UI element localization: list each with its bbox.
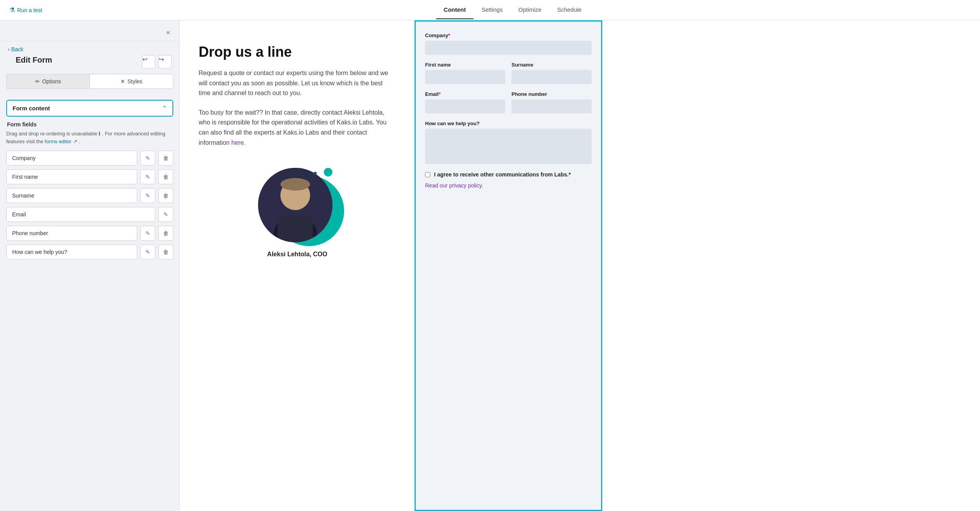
tab-settings[interactable]: Settings <box>474 1 510 19</box>
svg-point-2 <box>280 178 310 191</box>
field-row-company: Company ✎ 🗑 <box>6 151 173 166</box>
options-tab[interactable]: ✏ Options <box>6 74 90 89</box>
field-row-help: How can we help you? ✎ 🗑 <box>6 245 173 259</box>
phone-input[interactable] <box>512 99 592 113</box>
field-row-phone: Phone number ✎ 🗑 <box>6 226 173 241</box>
undo-button[interactable]: ↩ <box>142 55 155 68</box>
edit-help-button[interactable]: ✎ <box>140 245 155 259</box>
page-desc-1: Request a quote or contact our experts u… <box>199 68 396 98</box>
sidebar: « ‹ Back Edit Form ↩ ↪ ✏ Options ✕ Style… <box>0 20 180 511</box>
styles-tab[interactable]: ✕ Styles <box>90 74 173 89</box>
field-phone: Phone number <box>6 226 137 241</box>
tab-content[interactable]: Content <box>436 1 474 19</box>
x-icon: ✕ <box>120 78 125 85</box>
checkbox-label: I agree to receive other communications … <box>434 171 571 178</box>
run-test-button[interactable]: ⚗ Run a test <box>9 6 42 14</box>
company-input[interactable] <box>425 41 592 55</box>
delete-company-button[interactable]: 🗑 <box>158 151 173 166</box>
email-input[interactable] <box>425 99 505 113</box>
email-label: Email* <box>425 91 505 97</box>
edit-form-title: Edit Form <box>8 54 60 69</box>
page-title: Drop us a line <box>199 44 396 60</box>
form-row-company: Company* <box>425 32 592 55</box>
person-name: Aleksi Lehtola, COO <box>267 251 327 258</box>
double-chevron-left-icon: « <box>166 28 170 36</box>
dot-decoration-1 <box>324 168 332 176</box>
delete-help-button[interactable]: 🗑 <box>158 245 173 259</box>
firstname-label: First name <box>425 62 505 68</box>
field-email: Email <box>6 207 155 222</box>
edit-phone-button[interactable]: ✎ <box>140 226 155 241</box>
phone-label: Phone number <box>512 91 592 97</box>
page-desc-2: Too busy for the wait?? In that case, di… <box>199 108 396 148</box>
edit-company-button[interactable]: ✎ <box>140 151 155 166</box>
flask-icon: ⚗ <box>9 6 15 14</box>
nav-tabs: Content Settings Optimize Schedule <box>436 1 590 19</box>
checkbox-row: I agree to receive other communications … <box>425 171 592 178</box>
top-navigation: ⚗ Run a test Content Settings Optimize S… <box>0 0 980 20</box>
form-content-toggle[interactable]: Form content ⌃ <box>6 100 173 117</box>
field-firstname: First name <box>6 169 137 184</box>
privacy-policy-link[interactable]: Read our privacy policy. <box>425 182 483 189</box>
form-group-help: How can we help you? <box>425 121 592 164</box>
form-content-section: Form content ⌃ Form fields Drag and drop… <box>0 95 179 268</box>
help-textarea[interactable] <box>425 129 592 164</box>
delete-surname-button[interactable]: 🗑 <box>158 188 173 203</box>
back-button[interactable]: ‹ Back <box>0 41 179 54</box>
undo-redo-toolbar: ↩ ↪ <box>142 55 172 68</box>
field-row-firstname: First name ✎ 🗑 <box>6 169 173 184</box>
form-panel: Company* First name Surname E <box>415 20 602 511</box>
help-label: How can we help you? <box>425 121 592 126</box>
form-group-firstname: First name <box>425 62 505 84</box>
collapse-sidebar-button[interactable]: « <box>165 27 172 38</box>
sidebar-header: « <box>0 20 179 41</box>
company-label: Company* <box>425 32 592 38</box>
delete-phone-button[interactable]: 🗑 <box>158 226 173 241</box>
drag-drop-note: Drag and drop re-ordering is unavailable… <box>6 130 173 145</box>
form-group-surname: Surname <box>512 62 592 84</box>
delete-firstname-button[interactable]: 🗑 <box>158 169 173 184</box>
back-arrow-icon: ‹ <box>8 46 10 52</box>
surname-input[interactable] <box>512 70 592 84</box>
field-row-email: Email ✎ <box>6 207 173 222</box>
surname-label: Surname <box>512 62 592 68</box>
chevron-up-icon: ⌃ <box>162 104 167 112</box>
firstname-input[interactable] <box>425 70 505 84</box>
form-group-email: Email* <box>425 91 505 113</box>
edit-email-button[interactable]: ✎ <box>158 207 173 222</box>
tab-schedule[interactable]: Schedule <box>549 1 590 19</box>
main-layout: « ‹ Back Edit Form ↩ ↪ ✏ Options ✕ Style… <box>0 20 980 511</box>
consent-checkbox[interactable] <box>425 172 430 177</box>
forms-editor-link[interactable]: forms editor <box>45 139 72 144</box>
edit-surname-button[interactable]: ✎ <box>140 188 155 203</box>
field-surname: Surname <box>6 188 137 203</box>
form-row-contact: Email* Phone number <box>425 91 592 113</box>
person-card: Aleksi Lehtola, COO <box>199 160 396 258</box>
form-row-name: First name Surname <box>425 62 592 84</box>
content-area: Drop us a line Request a quote or contac… <box>180 20 980 511</box>
page-content: Drop us a line Request a quote or contac… <box>180 20 415 511</box>
field-company: Company <box>6 151 137 166</box>
redo-button[interactable]: ↪ <box>158 55 172 68</box>
avatar <box>258 168 332 242</box>
field-help: How can we help you? <box>6 245 137 259</box>
form-fields-label: Form fields <box>6 121 173 128</box>
tab-optimize[interactable]: Optimize <box>510 1 549 19</box>
pencil-icon: ✏ <box>35 78 40 85</box>
here-link[interactable]: here. <box>232 139 246 146</box>
field-row-surname: Surname ✎ 🗑 <box>6 188 173 203</box>
form-group-company: Company* <box>425 32 592 55</box>
form-group-phone: Phone number <box>512 91 592 113</box>
avatar-wrapper <box>254 160 340 246</box>
edit-firstname-button[interactable]: ✎ <box>140 169 155 184</box>
form-row-help: How can we help you? <box>425 121 592 164</box>
